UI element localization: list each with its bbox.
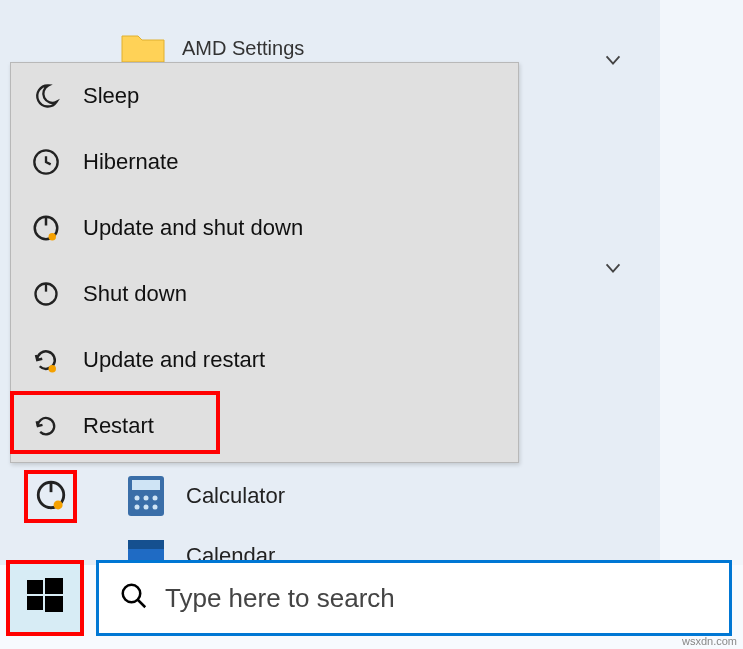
menu-item-label: Update and restart [83,347,265,373]
folder-icon [120,30,166,66]
restart-icon [31,411,61,441]
power-options-menu: Sleep Hibernate Update and shut down Shu… [10,62,519,463]
power-menu-hibernate[interactable]: Hibernate [11,129,518,195]
svg-point-24 [123,585,141,603]
clock-icon [31,147,61,177]
moon-icon [31,81,61,111]
menu-item-label: Restart [83,413,154,439]
svg-point-13 [144,496,149,501]
power-update-icon [31,213,61,243]
svg-rect-23 [45,596,63,612]
svg-rect-11 [132,480,160,490]
svg-point-15 [135,505,140,510]
power-menu-shutdown[interactable]: Shut down [11,261,518,327]
power-menu-update-restart[interactable]: Update and restart [11,327,518,393]
menu-item-label: Update and shut down [83,215,303,241]
power-menu-sleep[interactable]: Sleep [11,63,518,129]
power-menu-restart[interactable]: Restart [11,393,518,459]
windows-logo-icon [25,576,65,620]
menu-item-label: Sleep [83,83,139,109]
calculator-icon [124,474,168,518]
svg-point-6 [49,365,57,373]
chevron-down-icon[interactable] [602,257,624,285]
chevron-down-icon[interactable] [602,49,624,77]
restart-update-icon [31,345,61,375]
svg-rect-20 [27,580,43,594]
search-input[interactable] [165,583,729,614]
svg-point-14 [153,496,158,501]
svg-point-17 [153,505,158,510]
svg-point-12 [135,496,140,501]
app-label: Calculator [186,483,285,509]
svg-line-25 [138,600,146,608]
search-icon [119,581,149,615]
power-menu-update-shutdown[interactable]: Update and shut down [11,195,518,261]
power-icon [31,279,61,309]
menu-item-label: Hibernate [83,149,178,175]
taskbar-search-box[interactable] [96,560,732,636]
svg-point-3 [49,233,57,241]
menu-item-label: Shut down [83,281,187,307]
svg-rect-21 [45,578,63,594]
start-menu-power-button[interactable] [34,478,68,512]
start-button[interactable] [6,560,84,636]
svg-rect-22 [27,596,43,610]
app-list-item-calculator[interactable]: Calculator [124,474,285,518]
svg-point-9 [54,500,63,509]
app-list-folder-row[interactable]: AMD Settings [120,30,304,66]
folder-label: AMD Settings [182,37,304,60]
svg-point-16 [144,505,149,510]
watermark-text: wsxdn.com [682,635,737,647]
svg-rect-19 [128,540,164,549]
